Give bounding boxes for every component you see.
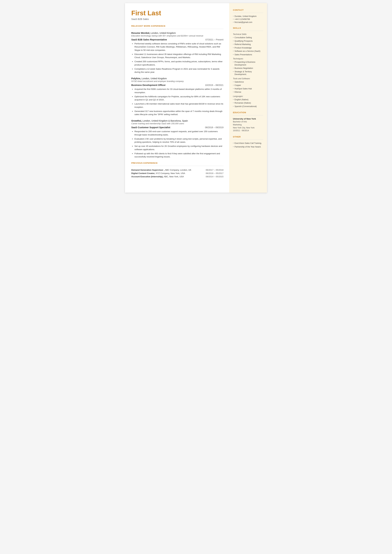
right-column: CONTACT Dundee, United Kingdom +44 0 123…	[229, 3, 267, 193]
company-location-3: London, United Kingdom & Barcelona, Spai…	[142, 120, 188, 122]
company-location-1: London, United Kingdom	[150, 32, 176, 34]
job-block-2: Polyhire, London, United Kingdom NYSE-li…	[131, 77, 224, 116]
education-heading: EDUCATION	[233, 111, 263, 114]
job-title-row-3: SaaS Customer Support Specialist 06/2018…	[131, 126, 224, 129]
candidate-name: First Last	[131, 9, 224, 17]
company-desc-3: Career training and membership SaaS with…	[131, 122, 224, 125]
skills-section: SKILLS Technical Skills: Consultative Se…	[233, 27, 263, 108]
company-name-line-1: Resume Worded, London, United Kingdom	[131, 32, 224, 34]
resume-container: First Last SaaS B2B Sales RELEVANT WORK …	[125, 3, 267, 193]
skill-tech-tech-3: Strategic & Territory Development.	[233, 71, 263, 76]
job-title-2: Business Development Officer	[131, 84, 166, 86]
left-column: First Last SaaS B2B Sales RELEVANT WORK …	[125, 3, 229, 193]
skill-tech-5: Software as a Service (SaaS)	[233, 50, 263, 53]
bullet-1-1: Performed weekly software demos consisti…	[134, 42, 224, 52]
bullet-list-2: Acquired the first 500K customers for 33…	[131, 88, 224, 116]
divider-contact	[233, 13, 263, 13]
bullet-2-4: Generated 317 new business opportunities…	[134, 110, 224, 116]
candidate-title: SaaS B2B Sales	[131, 18, 224, 20]
contact-email: first.last@gmail.com	[233, 21, 263, 23]
job-dates-1: 07/2021 – Present	[205, 38, 224, 41]
bullet-1-4: Completed a 12-week Sales Readiness Prog…	[134, 67, 224, 74]
prev-title-2: Digital Content Creator, XYZ Company, Ne…	[131, 172, 204, 174]
job-title-row-2: Business Development Officer 10/2019 – 0…	[131, 84, 224, 86]
company-name-2: Polyhire,	[131, 77, 141, 80]
company-location-2: London, United Kingdom	[141, 77, 167, 80]
bullet-list-3: Responded to 200 end-user customer suppo…	[131, 130, 224, 158]
contact-section: CONTACT Dundee, United Kingdom +44 0 123…	[233, 9, 263, 23]
job-dates-3: 06/2018 – 09/2019	[205, 126, 224, 129]
divider-relevant-work	[131, 29, 224, 29]
skill-tech-3: Referral Marketing	[233, 43, 263, 46]
skill-tech-tech-1: Prospecting & Business Development	[233, 61, 263, 66]
techniques-label: Techniques:	[233, 58, 263, 60]
edu-location: New York City, New York	[233, 126, 263, 129]
job-title-1: SaaS B2B Sales Representative	[131, 38, 167, 41]
skill-lang-2: Romanian (Native)	[233, 102, 263, 105]
bullet-1-2: Educated 11 businesses about 35 latest i…	[134, 53, 224, 59]
company-name-1: Resume Worded,	[131, 32, 150, 34]
skill-lang-3: Spanish (Conversational)	[233, 105, 263, 108]
skill-tool-3: HubSpot Sales Hub	[233, 87, 263, 90]
relevant-work-heading: RELEVANT WORK EXPERIENCE	[131, 25, 224, 27]
languages-label: Languages:	[233, 95, 263, 97]
prev-exp-row-2: Digital Content Creator, XYZ Company, Ne…	[131, 172, 224, 174]
prev-title-3: Account Executive (Internship), ABC, New…	[131, 175, 204, 178]
technical-skills-label: Technical Skills:	[233, 33, 263, 35]
job-block-3: Growthsi, London, United Kingdom & Barce…	[131, 120, 224, 158]
bullet-list-1: Performed weekly software demos consisti…	[131, 42, 224, 74]
job-title-3: SaaS Customer Support Specialist	[131, 126, 170, 129]
bullet-3-4: Followed up with the 400 clients to find…	[134, 152, 224, 158]
contact-heading: CONTACT	[233, 9, 263, 11]
previous-exp-section: PREVIOUS EXPERIENCE Demand Generation Su…	[131, 162, 224, 178]
edu-degree: Bachelor of Arts	[233, 120, 263, 123]
prev-dates-1: 06/2017 – 05/2018	[206, 169, 224, 171]
bullet-3-1: Responded to 200 end-user customer suppo…	[134, 130, 224, 136]
company-name-line-3: Growthsi, London, United Kingdom & Barce…	[131, 120, 224, 122]
skill-tool-4: 6Sense	[233, 91, 263, 94]
skills-heading: SKILLS	[233, 27, 263, 29]
other-heading: OTHER	[233, 136, 263, 138]
previous-exp-table: Demand Generation Supervisor , ABC Compa…	[131, 169, 224, 178]
contact-phone: +44 0 123456789	[233, 18, 263, 20]
tools-label: Tools and Software:	[233, 78, 263, 80]
company-desc-1: Education technology startup with 50+ em…	[131, 35, 224, 37]
prev-title-1: Demand Generation Supervisor , ABC Compa…	[131, 169, 204, 171]
divider-other	[233, 140, 263, 140]
bullet-1-3: Created 200 customized RFPs, forms, and …	[134, 60, 224, 66]
relevant-work-section: RELEVANT WORK EXPERIENCE Resume Worded, …	[131, 25, 224, 158]
skill-tech-6: Sales Presentations	[233, 53, 263, 56]
other-section: OTHER ExecVision Sales Call Training. Pa…	[233, 136, 263, 148]
skill-tech-2: Qualifying Prospects	[233, 40, 263, 43]
skill-tool-2: Copper	[233, 84, 263, 87]
bullet-2-1: Acquired the first 500K customers for 33…	[134, 88, 224, 94]
divider-previous-exp	[131, 166, 224, 166]
other-item-1: ExecVision Sales Call Training.	[233, 142, 263, 145]
company-name-line-2: Polyhire, London, United Kingdom	[131, 77, 224, 80]
bullet-2-3: Launched a 48-member international sales…	[134, 102, 224, 109]
divider-education	[233, 115, 263, 115]
company-desc-2: NYSE-listed recruitment and employer bra…	[131, 80, 224, 82]
edu-dates: 10/2011 - 06/2014	[233, 129, 263, 132]
skill-tech-1: Consultative Selling	[233, 36, 263, 39]
job-dates-2: 10/2019 – 06/2021	[205, 84, 224, 86]
prev-dates-2: 06/2016 – 05/2017	[206, 172, 224, 174]
company-name-3: Growthsi,	[131, 120, 142, 122]
edu-block: University of New York Bachelor of Arts …	[233, 118, 263, 132]
skill-lang-1: English (Native)	[233, 98, 263, 101]
prev-exp-row-3: Account Executive (Internship), ABC, New…	[131, 175, 224, 178]
skill-tech-tech-2: Business Negotiation	[233, 67, 263, 70]
edu-field: Marketing	[233, 123, 263, 126]
bullet-3-3: Set up over 45 workstations for 2K Growt…	[134, 145, 224, 151]
skill-tool-1: Salesforce	[233, 81, 263, 84]
other-item-2: Partnership of the Year Award.	[233, 146, 263, 149]
prev-dates-3: 09/2014 – 05/2015	[206, 175, 224, 178]
job-block-1: Resume Worded, London, United Kingdom Ed…	[131, 32, 224, 74]
skill-tech-4: Product Knowledge	[233, 47, 263, 50]
divider-skills	[233, 31, 263, 31]
edu-school: University of New York	[233, 118, 263, 120]
job-title-row-1: SaaS B2B Sales Representative 07/2021 – …	[131, 38, 224, 41]
previous-exp-heading: PREVIOUS EXPERIENCE	[131, 162, 224, 164]
bullet-3-2: Evaluated 2.5K user problems by breaking…	[134, 137, 224, 144]
bullet-2-2: Optimized the AdWords campaigns for Poly…	[134, 95, 224, 101]
